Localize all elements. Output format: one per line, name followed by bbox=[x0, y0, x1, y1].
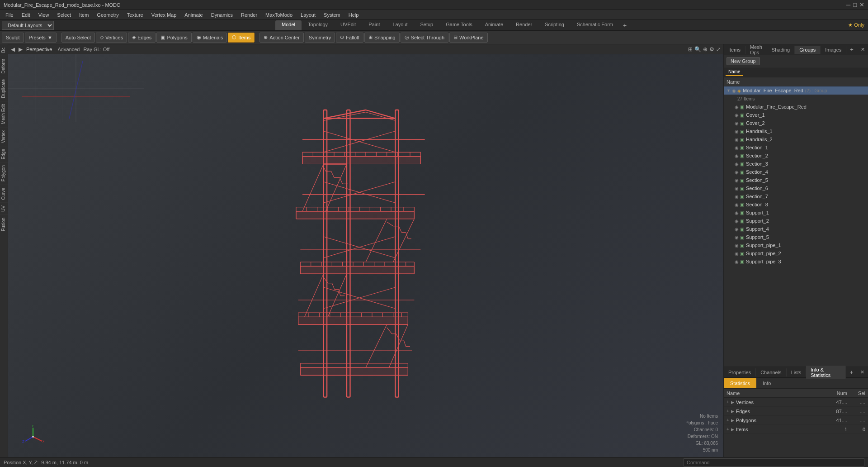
viewport-icon-zoom[interactable]: 🔍 bbox=[694, 46, 701, 52]
menu-item-file[interactable]: File bbox=[2, 11, 17, 19]
tree-item-5[interactable]: ◉ ▣ Section_1 bbox=[724, 143, 868, 152]
arrow-items[interactable]: ▶ bbox=[731, 427, 734, 432]
sidebar-tab-bc[interactable]: Bc bbox=[0, 44, 8, 56]
command-input[interactable] bbox=[684, 458, 864, 467]
viewport-nav-next[interactable]: ▶ bbox=[19, 46, 23, 52]
layout-tab-model[interactable]: Model bbox=[275, 20, 302, 30]
tree-item-1[interactable]: ◉ ▣ Cover_1 bbox=[724, 111, 868, 119]
viewport-opt-raygl[interactable]: Ray GL: Off bbox=[83, 47, 109, 52]
presets-button[interactable]: Presets ▼ bbox=[25, 33, 57, 43]
tree-item-4[interactable]: ◉ ▣ Handrails_2 bbox=[724, 135, 868, 143]
tree-item-14[interactable]: ◉ ▣ Support_2 bbox=[724, 217, 868, 225]
viewport-opt-advanced[interactable]: Advanced bbox=[57, 47, 80, 52]
btab-lists[interactable]: Lists bbox=[787, 368, 807, 376]
groups-sub-tab-name[interactable]: Name bbox=[726, 68, 743, 76]
sculpt-button[interactable]: Sculpt bbox=[2, 33, 24, 43]
tab-mesh-ops[interactable]: Mesh Ops bbox=[745, 43, 767, 57]
layout-tab-game-tools[interactable]: Game Tools bbox=[439, 20, 479, 30]
viewport-icon-search[interactable]: ⊕ bbox=[703, 46, 708, 52]
btab-info-stats[interactable]: Info & Statistics bbox=[806, 366, 846, 379]
tree-item-15[interactable]: ◉ ▣ Support_4 bbox=[724, 225, 868, 233]
panel-tab-add[interactable]: + bbox=[846, 45, 857, 54]
layout-tab-setup[interactable]: Setup bbox=[414, 20, 439, 30]
stats-row-vertices[interactable]: + ▶ Vertices 47.... .... bbox=[724, 398, 868, 407]
items-button[interactable]: ⬡ Items bbox=[228, 33, 255, 43]
tree-item-10[interactable]: ◉ ▣ Section_6 bbox=[724, 184, 868, 192]
vertices-button[interactable]: ◇ Vertices bbox=[96, 33, 127, 43]
expand-vertices[interactable]: + bbox=[726, 400, 729, 405]
menu-item-dynamics[interactable]: Dynamics bbox=[208, 11, 236, 19]
sidebar-tab-duplicate[interactable]: Duplicate bbox=[0, 76, 8, 101]
btab-properties[interactable]: Properties bbox=[724, 368, 756, 376]
menu-item-select[interactable]: Select bbox=[53, 11, 75, 19]
sidebar-tab-polygon[interactable]: Polygon bbox=[0, 162, 8, 184]
maximize-btn[interactable]: □ bbox=[853, 1, 857, 8]
menu-item-edit[interactable]: Edit bbox=[18, 11, 34, 19]
layout-tab-scripting[interactable]: Scripting bbox=[538, 20, 571, 30]
sidebar-tab-fusion[interactable]: Fusion bbox=[0, 214, 8, 234]
auto-select-button[interactable]: Auto Select bbox=[61, 33, 95, 43]
layout-tab-paint[interactable]: Paint bbox=[362, 20, 386, 30]
materials-button[interactable]: ◉ Materials bbox=[193, 33, 227, 43]
sidebar-tab-curve[interactable]: Curve bbox=[0, 185, 8, 203]
tab-images[interactable]: Images bbox=[821, 46, 846, 54]
new-group-button[interactable]: New Group bbox=[726, 57, 760, 65]
viewport-nav-prev[interactable]: ◀ bbox=[11, 46, 15, 52]
menu-item-view[interactable]: View bbox=[35, 11, 53, 19]
layout-tab-add[interactable]: + bbox=[619, 20, 630, 30]
tree-item-2[interactable]: ◉ ▣ Cover_2 bbox=[724, 119, 868, 127]
arrow-edges[interactable]: ▶ bbox=[731, 409, 734, 414]
action-center-button[interactable]: ⊕ Action Center bbox=[259, 33, 304, 43]
stats-row-edges[interactable]: + ▶ Edges 87.... .... bbox=[724, 407, 868, 416]
viewport-icon-grid[interactable]: ⊞ bbox=[688, 46, 693, 52]
tree-item-17[interactable]: ◉ ▣ Support_pipe_1 bbox=[724, 241, 868, 249]
minimize-btn[interactable]: ─ bbox=[846, 1, 850, 8]
sidebar-tab-deform[interactable]: Deform bbox=[0, 56, 8, 76]
tree-item-6[interactable]: ◉ ▣ Section_2 bbox=[724, 152, 868, 160]
tab-groups[interactable]: Groups bbox=[795, 46, 821, 54]
stats-row-polygons[interactable]: + ▶ Polygons 41.... .... bbox=[724, 416, 868, 425]
viewport-icon-settings[interactable]: ⚙ bbox=[709, 46, 714, 52]
panel-close-btn[interactable]: ✕ bbox=[857, 45, 868, 54]
select-through-button[interactable]: ◎ Select Through bbox=[401, 33, 448, 43]
menu-item-vertex-map[interactable]: Vertex Map bbox=[148, 11, 180, 19]
info-tab[interactable]: Info bbox=[756, 380, 777, 387]
layout-tab-topology[interactable]: Topology bbox=[302, 20, 334, 30]
snapping-button[interactable]: ⊞ Snapping bbox=[364, 33, 400, 43]
tree-item-19[interactable]: ◉ ▣ Support_pipe_3 bbox=[724, 257, 868, 266]
viewport-canvas[interactable]: .fire-escape { fill: none; stroke: #e055… bbox=[8, 54, 723, 457]
menu-item-help[interactable]: Help bbox=[345, 11, 363, 19]
close-btn[interactable]: ✕ bbox=[859, 1, 864, 8]
tree-item-7[interactable]: ◉ ▣ Section_3 bbox=[724, 160, 868, 168]
tree-item-18[interactable]: ◉ ▣ Support_pipe_2 bbox=[724, 249, 868, 257]
arrow-polygons[interactable]: ▶ bbox=[731, 418, 734, 423]
menu-item-item[interactable]: Item bbox=[75, 11, 92, 19]
layout-selector[interactable]: Default Layouts bbox=[2, 21, 54, 30]
menu-item-maxtomodo[interactable]: MaxToModo bbox=[262, 11, 296, 19]
menu-item-render[interactable]: Render bbox=[237, 11, 261, 19]
tab-shading[interactable]: Shading bbox=[767, 46, 795, 54]
tree-item-8[interactable]: ◉ ▣ Section_4 bbox=[724, 168, 868, 176]
tab-items[interactable]: Items bbox=[724, 46, 745, 54]
btab-channels[interactable]: Channels bbox=[756, 368, 786, 376]
sidebar-tab-mesh edit[interactable]: Mesh Edit bbox=[0, 101, 8, 127]
layout-tab-animate[interactable]: Animate bbox=[479, 20, 509, 30]
tree-item-12[interactable]: ◉ ▣ Section_8 bbox=[724, 200, 868, 209]
tree-item-3[interactable]: ◉ ▣ Handrails_1 bbox=[724, 127, 868, 135]
viewport-name[interactable]: Perspective bbox=[26, 47, 52, 52]
falloff-button[interactable]: ⊙ Falloff bbox=[336, 33, 363, 43]
menu-item-layout[interactable]: Layout bbox=[297, 11, 319, 19]
tree-item-13[interactable]: ◉ ▣ Support_1 bbox=[724, 209, 868, 217]
btab-add[interactable]: + bbox=[846, 367, 857, 377]
sidebar-tab-uv[interactable]: UV bbox=[0, 202, 8, 214]
tree-item-16[interactable]: ◉ ▣ Support_5 bbox=[724, 233, 868, 241]
statistics-tab[interactable]: Statistics bbox=[724, 378, 756, 388]
tree-item-0[interactable]: ◉ ▣ Modular_Fire_Escape_Red bbox=[724, 103, 868, 111]
btab-close[interactable]: ✕ bbox=[857, 368, 868, 376]
arrow-vertices[interactable]: ▶ bbox=[731, 400, 734, 405]
workplane-button[interactable]: ⊟ WorkPlane bbox=[449, 33, 488, 43]
expand-polygons[interactable]: + bbox=[726, 418, 729, 423]
menu-item-texture[interactable]: Texture bbox=[123, 11, 147, 19]
viewport-icon-expand[interactable]: ⤢ bbox=[716, 46, 721, 52]
expand-edges[interactable]: + bbox=[726, 409, 729, 414]
